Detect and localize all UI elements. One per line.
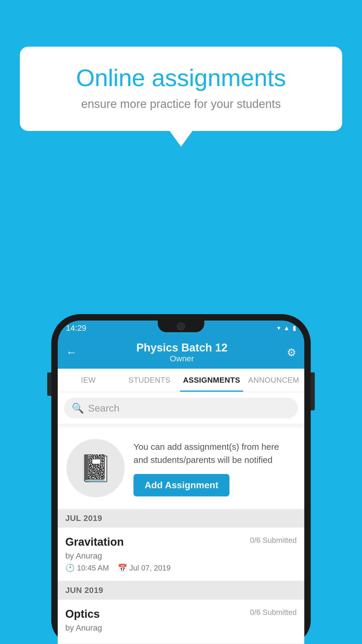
month-header-jun: JUN 2019 (58, 581, 304, 600)
battery-icon: ▮ (293, 324, 296, 332)
tab-assignments[interactable]: ASSIGNMENTS (180, 369, 243, 392)
assignment-time: 🕐 10:45 AM (65, 564, 109, 573)
add-assignment-section: 📓 You can add assignment(s) from here an… (58, 427, 304, 509)
speech-bubble: Online assignments ensure more practice … (20, 47, 342, 131)
assignment-meta-gravitation: 🕐 10:45 AM 📅 Jul 07, 2019 (65, 564, 297, 573)
month-header-jul: JUL 2019 (58, 509, 304, 528)
search-bar[interactable]: 🔍 Search (64, 398, 298, 419)
assignment-by-optics: by Anurag (65, 623, 297, 633)
wifi-icon: ▾ (277, 324, 280, 332)
assignment-date: 📅 Jul 07, 2019 (118, 564, 171, 573)
assignment-item-gravitation[interactable]: Gravitation 0/6 Submitted by Anurag 🕐 10… (58, 528, 304, 581)
assignment-name-gravitation: Gravitation (65, 536, 124, 548)
phone-camera (177, 322, 185, 330)
power-button (311, 372, 315, 410)
header-center: Physics Batch 12 Owner (136, 342, 228, 363)
header-subtitle: Owner (136, 354, 228, 363)
assignment-item-optics[interactable]: Optics 0/6 Submitted by Anurag (58, 600, 304, 644)
assignment-submitted-optics: 0/6 Submitted (250, 608, 297, 617)
clock-icon: 🕐 (65, 564, 75, 573)
search-icon: 🔍 (72, 402, 84, 414)
assignment-by-gravitation: by Anurag (65, 551, 297, 561)
tab-students[interactable]: STUDENTS (119, 369, 180, 392)
assignment-item-top: Gravitation 0/6 Submitted (65, 536, 297, 548)
assignment-icon-circle: 📓 (66, 439, 125, 497)
bubble-subtitle: ensure more practice for your students (40, 97, 322, 111)
search-bar-container: 🔍 Search (58, 392, 304, 424)
status-icons: ▾ ▲ ▮ (277, 324, 296, 332)
screen-content: 🔍 Search 📓 You can add assignment(s) fro… (58, 392, 304, 644)
assignment-info: You can add assignment(s) from here and … (133, 440, 296, 496)
assignment-date-value: Jul 07, 2019 (129, 564, 171, 573)
tab-iew[interactable]: IEW (58, 369, 119, 392)
assignment-submitted-gravitation: 0/6 Submitted (250, 536, 297, 545)
back-button[interactable]: ← (66, 346, 77, 359)
search-placeholder: Search (88, 402, 120, 414)
settings-button[interactable]: ⚙ (287, 346, 296, 359)
assignment-item-top-optics: Optics 0/6 Submitted (65, 608, 297, 620)
header-title: Physics Batch 12 (136, 342, 228, 354)
phone-notch (158, 321, 204, 332)
volume-button (47, 372, 51, 396)
status-time: 14:29 (66, 323, 86, 333)
tab-announcements[interactable]: ANNOUNCEM (243, 369, 304, 392)
assignment-info-text: You can add assignment(s) from here and … (133, 440, 296, 466)
tabs-bar: IEW STUDENTS ASSIGNMENTS ANNOUNCEM (58, 369, 304, 392)
app-header: ← Physics Batch 12 Owner ⚙ (58, 336, 304, 369)
phone-device: 14:29 ▾ ▲ ▮ ← Physics Batch 12 Owner ⚙ I… (51, 314, 311, 644)
assignment-time-value: 10:45 AM (77, 564, 109, 573)
calendar-icon: 📅 (118, 564, 127, 573)
notebook-icon: 📓 (79, 453, 112, 484)
bubble-title: Online assignments (40, 64, 322, 92)
phone-screen: 14:29 ▾ ▲ ▮ ← Physics Batch 12 Owner ⚙ I… (58, 321, 304, 644)
signal-icon: ▲ (283, 324, 290, 332)
assignment-name-optics: Optics (65, 608, 100, 620)
add-assignment-button[interactable]: Add Assignment (133, 474, 229, 496)
